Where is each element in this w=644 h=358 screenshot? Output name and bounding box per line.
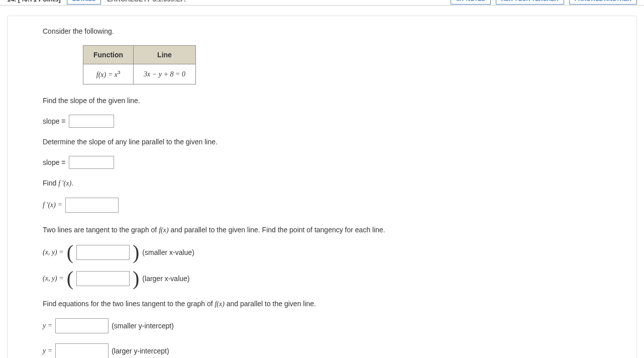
points-label: 14. [-/0.71 Points] bbox=[7, 0, 61, 3]
slope1-label: slope = bbox=[43, 117, 66, 125]
slope2-label: slope = bbox=[43, 158, 66, 166]
line2-input[interactable] bbox=[55, 343, 109, 358]
details-button[interactable]: DETAILS bbox=[67, 0, 101, 5]
question-panel: Consider the following. Function Line f(… bbox=[7, 16, 637, 358]
line1-input[interactable] bbox=[55, 318, 109, 333]
table-header-line: Line bbox=[134, 46, 196, 64]
q1-text: Find the slope of the given line. bbox=[43, 97, 601, 105]
ask-teacher-button[interactable]: ASK YOUR TEACHER bbox=[496, 0, 564, 5]
q5-text: Find equations for the two lines tangent… bbox=[43, 300, 601, 308]
xy2-label: (x, y) = bbox=[43, 275, 64, 283]
tangency1-input[interactable] bbox=[76, 245, 130, 260]
fprime-row: f ′(x) = bbox=[43, 198, 601, 213]
fprime-input[interactable] bbox=[65, 198, 119, 213]
fprime-label: f ′(x) = bbox=[43, 201, 62, 209]
table-header-function: Function bbox=[83, 46, 134, 64]
q4-text: Two lines are tangent to the graph of f(… bbox=[43, 226, 601, 234]
smaller-yi-label: (smaller y-intercept) bbox=[112, 322, 174, 330]
tangency2-input[interactable] bbox=[76, 271, 130, 286]
q3-text: Find f ′(x). bbox=[43, 179, 601, 188]
slope1-input[interactable] bbox=[69, 115, 114, 128]
line2-row: y = (larger y-intercept) bbox=[43, 343, 601, 358]
lparen-icon: ( bbox=[67, 244, 73, 260]
larger-yi-label: (larger y-intercept) bbox=[112, 347, 169, 355]
question-header: 14. [-/0.71 Points] DETAILS LARCALCET7 3… bbox=[0, 0, 644, 6]
function-line-table: Function Line f(x) = x3 3x − y + 8 = 0 bbox=[83, 45, 196, 84]
practice-another-button[interactable]: PRACTICE ANOTHER bbox=[569, 0, 637, 5]
y1-label: y = bbox=[43, 322, 52, 330]
rparen-icon: ) bbox=[133, 244, 139, 260]
slope1-row: slope = bbox=[43, 115, 601, 128]
my-notes-button[interactable]: MY NOTES bbox=[451, 0, 490, 5]
source-ref: LARCALCET7 3.1.059.EP. bbox=[107, 0, 186, 3]
table-cell-function: f(x) = x3 bbox=[83, 64, 134, 84]
rparen-icon: ) bbox=[133, 271, 139, 287]
q2-text: Determine the slope of any line parallel… bbox=[43, 138, 601, 146]
table-cell-line: 3x − y + 8 = 0 bbox=[134, 64, 196, 84]
smaller-x-label: (smaller x-value) bbox=[142, 248, 194, 256]
larger-x-label: (larger x-value) bbox=[142, 275, 189, 283]
slope2-row: slope = bbox=[43, 156, 601, 169]
line1-row: y = (smaller y-intercept) bbox=[43, 318, 601, 333]
tangency1-row: (x, y) = ( ) (smaller x-value) bbox=[43, 244, 601, 260]
y2-label: y = bbox=[43, 347, 52, 355]
lparen-icon: ( bbox=[67, 271, 73, 287]
xy1-label: (x, y) = bbox=[43, 248, 64, 256]
tangency2-row: (x, y) = ( ) (larger x-value) bbox=[43, 271, 601, 287]
intro-text: Consider the following. bbox=[43, 27, 601, 35]
slope2-input[interactable] bbox=[69, 156, 114, 169]
